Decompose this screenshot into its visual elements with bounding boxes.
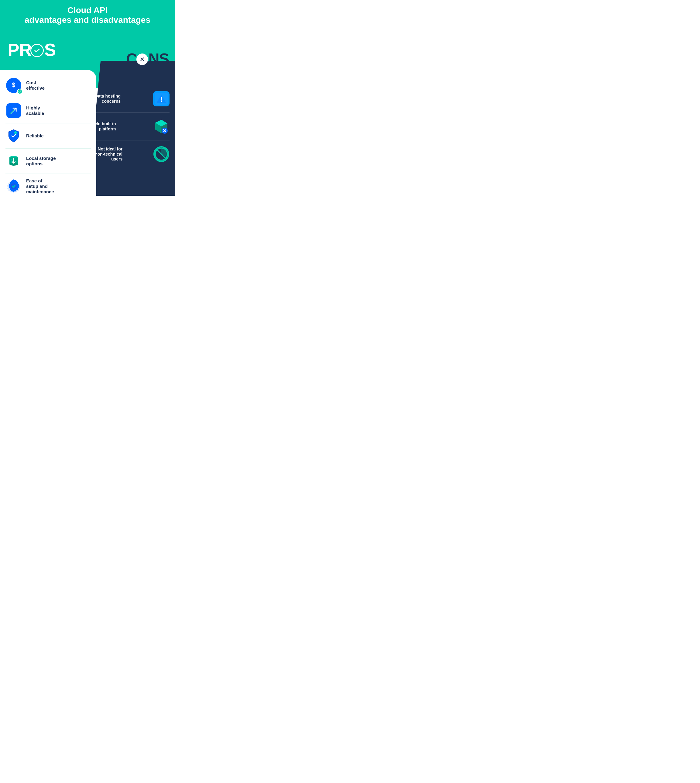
pros-check-icon bbox=[30, 44, 44, 57]
warning-icon: ! bbox=[153, 91, 170, 106]
main-container: Cloud API advantages and disadvantages P… bbox=[0, 0, 175, 196]
con-item-hosting: Data hostingconcerns ! bbox=[95, 85, 170, 113]
pro-item-reliable: Reliable bbox=[5, 124, 91, 149]
arrow-icon bbox=[7, 104, 21, 118]
pros-list: $ Costeffective bbox=[0, 73, 91, 196]
reliable-text: Reliable bbox=[26, 133, 44, 139]
svg-line-4 bbox=[11, 110, 15, 114]
scalable-text: Highlyscalable bbox=[26, 105, 44, 116]
pro-item-ease: Ease ofsetup andmaintenance bbox=[5, 174, 91, 196]
database-icon bbox=[6, 154, 21, 169]
hosting-text: Data hostingconcerns bbox=[95, 93, 121, 104]
pros-label: PR S bbox=[8, 40, 56, 60]
page-title: Cloud API advantages and disadvantages bbox=[0, 5, 175, 25]
hosting-icon: ! bbox=[153, 90, 170, 107]
pro-item-cost: $ Costeffective bbox=[5, 73, 91, 98]
users-icon bbox=[153, 146, 170, 162]
storage-icon bbox=[5, 153, 22, 169]
cons-label: C NS bbox=[126, 50, 169, 68]
platform-icon bbox=[153, 118, 170, 135]
shield-icon bbox=[6, 128, 22, 144]
svg-text:$: $ bbox=[12, 82, 15, 88]
box-icon bbox=[153, 118, 170, 135]
dollar-check-badge bbox=[17, 89, 22, 94]
storage-text: Local storageoptions bbox=[26, 155, 56, 167]
pro-item-scalable: Highlyscalable bbox=[5, 98, 91, 124]
scalable-icon bbox=[5, 102, 22, 119]
svg-text:!: ! bbox=[160, 96, 162, 104]
dollar-icon: $ bbox=[6, 78, 21, 93]
cons-x-icon bbox=[137, 53, 148, 65]
no-icon bbox=[153, 146, 169, 162]
gear-icon bbox=[6, 179, 22, 194]
cost-text: Costeffective bbox=[26, 80, 45, 91]
platform-text: No built-inplatform bbox=[95, 121, 116, 132]
ease-icon bbox=[5, 178, 22, 195]
cons-list: Data hostingconcerns ! No built-inplatfo… bbox=[86, 85, 175, 168]
pro-item-storage: Local storageoptions bbox=[5, 149, 91, 174]
con-item-platform: No built-inplatform bbox=[95, 113, 170, 140]
cost-icon: $ bbox=[5, 77, 22, 93]
con-item-users: Not ideal fornon-technicalusers bbox=[95, 140, 170, 168]
svg-point-9 bbox=[11, 159, 12, 160]
ease-text: Ease ofsetup andmaintenance bbox=[26, 178, 54, 195]
users-text: Not ideal fornon-technicalusers bbox=[95, 147, 122, 162]
reliable-icon bbox=[5, 128, 22, 144]
